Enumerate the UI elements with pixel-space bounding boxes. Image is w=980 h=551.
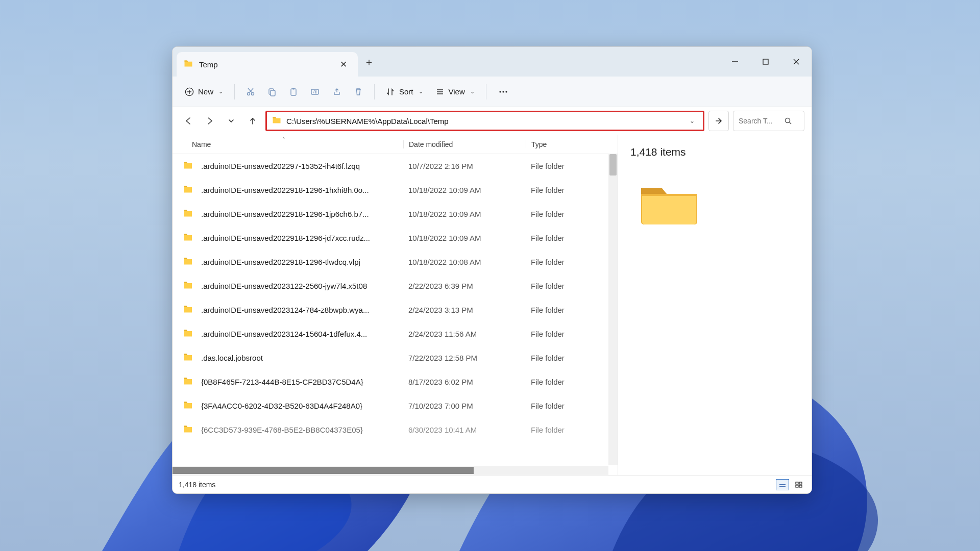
file-name: {6CC3D573-939E-4768-B5E2-BB8C04373E05} [198,425,402,434]
back-button[interactable] [180,112,197,130]
tab-close-button[interactable]: ✕ [336,59,351,70]
navigation-row: ⌄ [173,107,812,135]
address-bar[interactable]: ⌄ [265,111,704,131]
column-header-name[interactable]: Name ˄ [183,140,403,148]
file-type: File folder [525,186,591,194]
new-button[interactable]: New ⌄ [180,82,228,102]
svg-rect-30 [799,482,802,484]
file-row[interactable]: .arduinoIDE-unsaved2023124-784-z8bwpb.wy… [173,298,618,322]
file-row[interactable]: .arduinoIDE-unsaved2023124-15604-1dfefux… [173,322,618,346]
column-header-type[interactable]: Type [526,140,592,148]
folder-icon [183,305,198,315]
file-list-panel: Name ˄ Date modified Type .arduinoIDE-un… [173,135,618,475]
minimize-button[interactable] [720,47,750,77]
rename-button[interactable]: A [305,82,325,102]
details-item-count: 1,418 items [630,146,686,158]
cut-button[interactable] [241,82,260,102]
more-button[interactable] [493,82,514,102]
file-type: File folder [525,210,591,218]
file-date: 7/10/2023 7:00 PM [402,402,525,410]
new-tab-button[interactable]: ＋ [358,47,380,77]
file-explorer-window: Temp ✕ ＋ New ⌄ A Sort ⌄ View [172,46,812,494]
close-button[interactable] [781,47,812,77]
file-date: 10/18/2022 10:09 AM [402,210,525,218]
file-date: 10/18/2022 10:09 AM [402,234,525,242]
recent-button[interactable] [223,112,240,130]
forward-button[interactable] [201,112,218,130]
status-bar: 1,418 items [173,475,812,493]
folder-icon [183,209,198,219]
svg-point-22 [502,91,504,92]
address-history-button[interactable]: ⌄ [684,117,700,124]
file-name: .arduinoIDE-unsaved2023124-784-z8bwpb.wy… [198,306,402,314]
copy-button[interactable] [262,82,282,102]
svg-rect-29 [796,482,798,484]
file-row[interactable]: .arduinoIDE-unsaved2022918-1296-jd7xcc.r… [173,226,618,250]
paste-button[interactable] [284,82,303,102]
file-date: 2/24/2023 3:13 PM [402,306,525,314]
status-item-count: 1,418 items [179,481,215,489]
folder-icon [183,185,198,195]
horizontal-scrollbar[interactable] [173,466,608,475]
folder-icon [183,281,198,291]
chevron-down-icon: ⌄ [218,88,223,95]
file-type: File folder [525,425,591,434]
file-row[interactable]: .arduinoIDE-unsaved202297-15352-ih4t6f.l… [173,154,618,178]
svg-point-8 [252,92,254,95]
tab-temp[interactable]: Temp ✕ [177,52,358,77]
details-view-button[interactable] [776,479,789,490]
maximize-button[interactable] [750,47,781,77]
file-name: .das.local.jobsroot [198,354,402,362]
paste-icon [289,87,298,96]
ellipsis-icon [498,87,509,96]
file-name: .arduinoIDE-unsaved2023124-15604-1dfefux… [198,330,402,338]
file-row[interactable]: .arduinoIDE-unsaved2023122-2560-jyw7l4.x… [173,274,618,298]
chevron-down-icon: ⌄ [470,88,475,95]
file-type: File folder [525,234,591,242]
file-row[interactable]: .das.local.jobsroot7/22/2023 12:58 PMFil… [173,346,618,370]
vertical-scrollbar[interactable] [608,154,618,465]
title-bar: Temp ✕ ＋ [173,47,812,77]
rename-icon: A [310,87,320,96]
sort-button[interactable]: Sort ⌄ [381,82,428,102]
up-button[interactable] [244,112,261,130]
file-row[interactable]: .arduinoIDE-unsaved2022918-1296-1hxhi8h.… [173,178,618,202]
file-date: 10/18/2022 10:08 AM [402,258,525,266]
file-row[interactable]: {6CC3D573-939E-4768-B5E2-BB8C04373E05}6/… [173,418,618,442]
file-row[interactable]: {3FA4ACC0-6202-4D32-B520-63D4A4F248A0}7/… [173,394,618,418]
file-name: .arduinoIDE-unsaved202297-15352-ih4t6f.l… [198,162,402,170]
svg-point-23 [505,91,507,92]
folder-icon [183,161,198,171]
address-input[interactable] [286,117,684,126]
search-box[interactable] [733,111,804,131]
search-icon [785,117,792,125]
file-date: 8/17/2023 6:02 PM [402,378,525,386]
svg-rect-31 [796,485,798,487]
vertical-scroll-thumb[interactable] [609,154,617,176]
file-type: File folder [525,306,591,314]
column-header-date[interactable]: Date modified [403,140,526,148]
search-input[interactable] [739,117,780,125]
delete-button[interactable] [349,82,368,102]
view-icon [435,87,445,96]
file-type: File folder [525,162,591,170]
delete-icon [354,87,363,96]
file-row[interactable]: {0B8F465F-7213-444B-8E15-CF2BD37C5D4A}8/… [173,370,618,394]
svg-line-25 [790,122,792,124]
folder-icon [183,353,198,363]
go-button[interactable] [708,111,729,131]
folder-icon [183,329,198,339]
horizontal-scroll-thumb[interactable] [173,467,474,474]
file-type: File folder [525,282,591,290]
file-row[interactable]: .arduinoIDE-unsaved2022918-1296-tlwdcq.v… [173,250,618,274]
share-button[interactable] [327,82,347,102]
file-date: 2/24/2023 11:56 AM [402,330,525,338]
file-name: {0B8F465F-7213-444B-8E15-CF2BD37C5D4A} [198,378,402,386]
content-area: Name ˄ Date modified Type .arduinoIDE-un… [173,135,812,475]
thumbnails-view-button[interactable] [792,479,805,490]
file-row[interactable]: .arduinoIDE-unsaved2022918-1296-1jp6ch6.… [173,202,618,226]
file-type: File folder [525,354,591,362]
file-type: File folder [525,258,591,266]
tab-title: Temp [199,60,330,69]
view-button[interactable]: View ⌄ [430,82,480,102]
